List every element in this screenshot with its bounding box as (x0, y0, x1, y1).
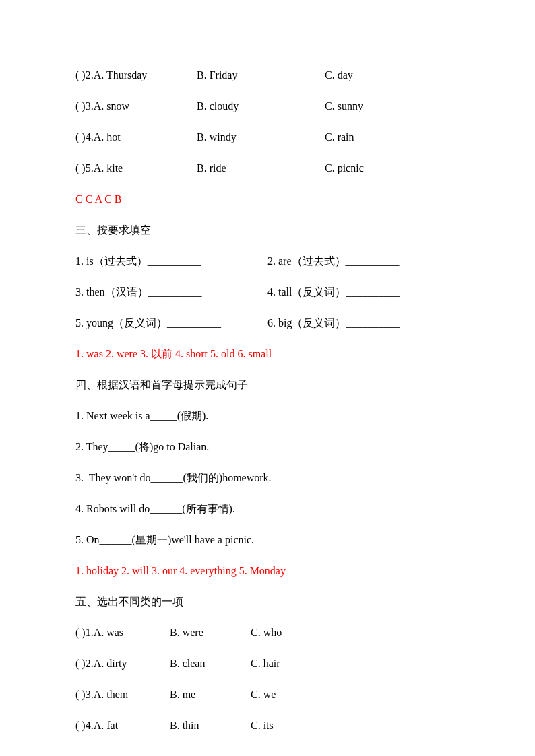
mc-opt-c: C. sunny (325, 98, 363, 114)
mc-row: ( )2.A. ThursdayB. FridayC. day (75, 67, 460, 83)
mc-num-a: ( )4.A. fat (75, 718, 170, 734)
fill-item: 6. big（反义词）__________ (268, 315, 460, 331)
mc-opt-c: C. day (325, 67, 353, 83)
mc-opt-b: B. Friday (197, 67, 325, 83)
mc-num-a: ( )1.A. was (75, 625, 170, 641)
sentence-item: 1. Next week is a_____(假期). (75, 408, 460, 424)
mc-opt-c: C. we (251, 689, 276, 700)
answer-key: C C A C B (75, 191, 460, 207)
mc-num-a: ( )4.A. hot (75, 129, 197, 145)
mc-num-a: ( )2.A. dirty (75, 656, 170, 672)
fill-item: 5. young（反义词）__________ (75, 315, 268, 331)
mc-row: ( )5.A. kiteB. rideC. picnic (75, 160, 460, 176)
mc-row: ( )3.A. themB. meC. we (75, 687, 460, 703)
worksheet-page: ( )2.A. ThursdayB. FridayC. day ( )3.A. … (0, 0, 535, 756)
section-header: 四、根据汉语和首字母提示完成句子 (75, 377, 460, 393)
mc-opt-c: C. its (251, 720, 274, 731)
mc-opt-b: B. clean (170, 656, 251, 672)
mc-num-a: ( )2.A. Thursday (75, 67, 197, 83)
mc-num-a: ( )3.A. them (75, 687, 170, 703)
fill-row: 1. is（过去式）__________2. are（过去式）_________… (75, 253, 460, 269)
sentence-item: 5. On______(星期一)we'll have a picnic. (75, 532, 460, 548)
mc-opt-c: C. hair (251, 658, 280, 669)
fill-row: 5. young（反义词）__________6. big（反义词）______… (75, 315, 460, 331)
fill-row: 3. then（汉语）__________4. tall（反义词）_______… (75, 284, 460, 300)
mc-opt-b: B. ride (197, 160, 325, 176)
mc-num-a: ( )3.A. snow (75, 98, 197, 114)
mc-row: ( )4.A. fatB. thinC. its (75, 718, 460, 734)
answer-key: 1. holiday 2. will 3. our 4. everything … (75, 563, 460, 579)
mc-row: ( )1.A. wasB. wereC. who (75, 625, 460, 641)
mc-opt-b: B. thin (170, 718, 251, 734)
mc-opt-b: B. windy (197, 129, 325, 145)
section-header: 三、按要求填空 (75, 222, 460, 238)
fill-item: 4. tall（反义词）__________ (268, 284, 460, 300)
sentence-item: 2. They_____(将)go to Dalian. (75, 439, 460, 455)
answer-key: 1. was 2. were 3. 以前 4. short 5. old 6. … (75, 346, 460, 362)
mc-opt-b: B. me (170, 687, 251, 703)
sentence-item: 4. Robots will do______(所有事情). (75, 501, 460, 517)
mc-num-a: ( )5.A. kite (75, 160, 197, 176)
mc-opt-b: B. were (170, 625, 251, 641)
fill-item: 1. is（过去式）__________ (75, 253, 268, 269)
fill-item: 3. then（汉语）__________ (75, 284, 268, 300)
mc-opt-c: C. rain (325, 129, 354, 145)
mc-opt-c: C. who (251, 627, 282, 638)
mc-opt-c: C. picnic (325, 160, 364, 176)
mc-row: ( )4.A. hotB. windyC. rain (75, 129, 460, 145)
mc-row: ( )2.A. dirtyB. cleanC. hair (75, 656, 460, 672)
mc-row: ( )3.A. snowB. cloudyC. sunny (75, 98, 460, 114)
fill-item: 2. are（过去式）__________ (268, 253, 460, 269)
sentence-item: 3. They won't do______(我们的)homework. (75, 470, 460, 486)
mc-opt-b: B. cloudy (197, 98, 325, 114)
section-header: 五、选出不同类的一项 (75, 594, 460, 610)
